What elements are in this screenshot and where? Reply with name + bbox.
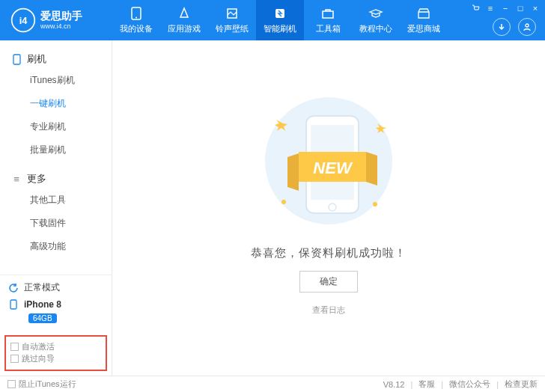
nav-ringtones[interactable]: 铃声壁纸 [208,0,256,40]
footer: 阻止iTunes运行 V8.12 | 客服 | 微信公众号 | 检查更新 [0,376,545,392]
nav-flash[interactable]: 智能刷机 [256,0,304,40]
sidebar-item-oneclick-flash[interactable]: 一键刷机 [0,92,112,115]
main-panel: NEW 恭喜您，保资料刷机成功啦！ 确定 查看日志 [112,40,545,376]
svg-point-7 [526,24,529,27]
device-row[interactable]: iPhone 8 [7,298,104,310]
support-link[interactable]: 客服 [418,379,435,390]
minimize-icon[interactable]: − [500,3,511,13]
user-icon[interactable] [518,18,536,36]
sidebar-item-batch-flash[interactable]: 批量刷机 [0,138,112,162]
more-icon: ≡ [10,174,22,185]
nav-store[interactable]: 爱思商城 [400,0,448,40]
app-header: i4 爱思助手 www.i4.cn 我的设备 应用游戏 铃声壁纸 智能刷机 工具… [0,0,545,40]
nav-apps[interactable]: 应用游戏 [160,0,208,40]
nav-tutorials[interactable]: 教程中心 [352,0,400,40]
close-icon[interactable]: × [530,3,541,13]
sidebar-group-more: ≡ 更多 [0,168,112,189]
storage-badge: 64GB [28,313,57,323]
brand-sub: www.i4.cn [40,22,82,30]
window-controls: ≡ − □ × [470,3,541,13]
options-highlight-box: 自动激活 跳过向导 [4,335,107,371]
nav-toolbox[interactable]: 工具箱 [304,0,352,40]
svg-rect-8 [13,55,20,64]
sidebar: 刷机 iTunes刷机 一键刷机 专业刷机 批量刷机 ≡ 更多 其他工具 下载固… [0,40,112,376]
success-text: 恭喜您，保资料刷机成功啦！ [251,246,407,260]
success-illustration: NEW [246,86,411,236]
svg-point-3 [136,17,137,19]
phone-icon [129,6,144,21]
brand: i4 爱思助手 www.i4.cn [0,7,112,33]
auto-activate-checkbox[interactable]: 自动激活 [10,341,55,352]
ok-button[interactable]: 确定 [299,271,358,293]
flash-icon [272,6,287,21]
sidebar-item-download-firmware[interactable]: 下载固件 [0,212,112,235]
refresh-icon [7,282,19,294]
phone-small-icon [10,54,22,65]
maximize-icon[interactable]: □ [515,3,526,13]
sidebar-bottom: 正常模式 iPhone 8 64GB [0,275,112,329]
apps-icon [177,6,192,21]
svg-rect-9 [10,300,16,309]
block-itunes-checkbox[interactable]: 阻止iTunes运行 [7,379,76,390]
wallpaper-icon [225,6,240,21]
tutorial-icon [368,6,383,21]
brand-name: 爱思助手 [40,10,82,22]
menu-icon[interactable]: ≡ [485,3,496,13]
svg-text:i4: i4 [19,15,28,26]
sidebar-item-itunes-flash[interactable]: iTunes刷机 [0,69,112,92]
sidebar-item-pro-flash[interactable]: 专业刷机 [0,115,112,138]
svg-point-17 [281,200,286,204]
toolbox-icon [320,6,335,21]
device-icon [7,298,19,310]
view-log-link[interactable]: 查看日志 [312,304,345,316]
download-icon[interactable] [493,18,511,36]
wechat-link[interactable]: 微信公众号 [449,379,490,390]
svg-rect-6 [323,11,333,18]
logo-icon: i4 [10,7,36,33]
new-badge-text: NEW [313,159,353,177]
svg-point-18 [373,202,377,206]
top-nav: 我的设备 应用游戏 铃声壁纸 智能刷机 工具箱 教程中心 爱思商城 [112,0,448,40]
sidebar-item-other-tools[interactable]: 其他工具 [0,189,112,212]
sidebar-item-advanced[interactable]: 高级功能 [0,235,112,258]
header-right [493,18,536,36]
mode-row[interactable]: 正常模式 [7,281,104,294]
check-update-link[interactable]: 检查更新 [505,379,538,390]
skip-guide-checkbox[interactable]: 跳过向导 [10,353,55,364]
version-label: V8.12 [383,380,405,389]
cart-icon[interactable] [470,3,481,13]
nav-my-device[interactable]: 我的设备 [112,0,160,40]
store-icon [416,6,431,21]
sidebar-group-flash: 刷机 [0,48,112,69]
